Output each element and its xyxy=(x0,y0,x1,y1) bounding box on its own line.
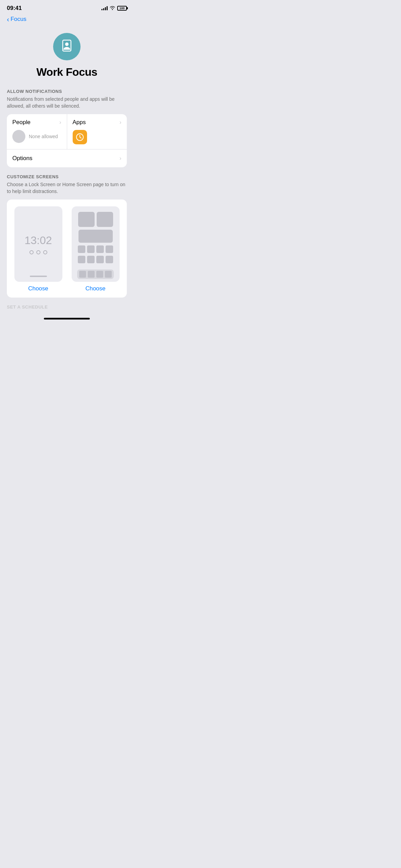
allow-notifications-desc: Notifications from selected people and a… xyxy=(7,96,127,109)
home-indicator xyxy=(0,315,134,326)
lock-bottom-line xyxy=(30,276,47,277)
set-schedule-label: SET A SCHEDULE xyxy=(7,304,127,310)
dock-icon-1 xyxy=(79,271,86,278)
people-title: People xyxy=(12,119,31,126)
hs-small-3 xyxy=(96,245,104,253)
lock-dots xyxy=(29,250,47,254)
clock-app-icon xyxy=(73,130,87,144)
lock-screen-choose-button[interactable]: Choose xyxy=(28,285,48,292)
none-allowed-text: None allowed xyxy=(29,134,58,139)
hs-dock xyxy=(77,269,114,279)
screens-card: 13:02 Choose xyxy=(7,200,127,298)
hs-small-5 xyxy=(78,256,85,263)
allow-notifications-label: ALLOW NOTIFICATIONS xyxy=(7,89,127,94)
people-apps-row: People › None allowed Apps › xyxy=(7,114,127,149)
svg-line-4 xyxy=(80,137,81,138)
back-chevron-icon: ‹ xyxy=(7,16,9,23)
dock-icon-2 xyxy=(88,271,95,278)
apps-cell-header: Apps › xyxy=(73,119,122,126)
status-bar: 09:41 100 xyxy=(0,0,134,14)
home-screen-preview xyxy=(72,206,120,282)
hs-grid-row-1 xyxy=(78,245,113,253)
lock-dot-3 xyxy=(43,250,47,254)
lock-screen-preview: 13:02 xyxy=(14,206,62,282)
avatar-placeholder xyxy=(12,130,25,143)
home-bar xyxy=(44,318,90,320)
lock-screen-item: 13:02 Choose xyxy=(12,206,64,292)
apps-cell[interactable]: Apps › xyxy=(67,114,127,149)
status-time: 09:41 xyxy=(7,5,22,12)
contact-card-icon xyxy=(60,39,74,55)
lock-dot-1 xyxy=(29,250,34,254)
hs-wide-block xyxy=(78,230,113,243)
people-cell-header: People › xyxy=(12,119,61,126)
back-label: Focus xyxy=(11,16,26,23)
hs-small-7 xyxy=(96,256,104,263)
screens-row: 13:02 Choose xyxy=(12,206,121,292)
people-cell-content: None allowed xyxy=(12,130,61,143)
hs-small-8 xyxy=(106,256,113,263)
svg-point-1 xyxy=(65,43,69,46)
hs-small-2 xyxy=(87,245,95,253)
hero-section: Work Focus xyxy=(0,26,134,89)
nav-bar: ‹ Focus xyxy=(0,14,134,26)
options-title: Options xyxy=(12,155,33,162)
people-cell[interactable]: People › None allowed xyxy=(7,114,67,149)
focus-icon-circle xyxy=(53,33,81,60)
hs-block-2 xyxy=(97,212,113,227)
hs-small-6 xyxy=(87,256,95,263)
customize-screens-section: CUSTOMIZE SCREENS Choose a Lock Screen o… xyxy=(0,174,134,304)
customize-screens-desc: Choose a Lock Screen or Home Screen page… xyxy=(7,181,127,195)
focus-title: Work Focus xyxy=(36,66,97,79)
back-button[interactable]: ‹ Focus xyxy=(7,16,26,23)
dock-icon-3 xyxy=(96,271,103,278)
hs-grid-row-2 xyxy=(78,256,113,263)
notifications-card: People › None allowed Apps › xyxy=(7,114,127,167)
hs-small-4 xyxy=(106,245,113,253)
battery-icon: 100 xyxy=(117,6,127,11)
options-chevron-icon: › xyxy=(120,155,121,161)
signal-icon xyxy=(101,6,108,10)
options-row[interactable]: Options › xyxy=(7,149,127,167)
customize-screens-label: CUSTOMIZE SCREENS xyxy=(7,174,127,179)
dock-icon-4 xyxy=(105,271,112,278)
home-screen-item: Choose xyxy=(70,206,121,292)
hs-block-1 xyxy=(78,212,95,227)
apps-chevron-icon: › xyxy=(120,119,121,125)
wifi-icon xyxy=(110,6,115,11)
status-icons: 100 xyxy=(101,6,127,11)
lock-dot-2 xyxy=(36,250,40,254)
people-chevron-icon: › xyxy=(59,119,61,125)
apps-cell-content xyxy=(73,130,122,144)
allow-notifications-section: ALLOW NOTIFICATIONS Notifications from s… xyxy=(0,89,134,174)
home-screen-choose-button[interactable]: Choose xyxy=(85,285,106,292)
hs-small-1 xyxy=(78,245,85,253)
lock-screen-time: 13:02 xyxy=(24,234,52,247)
set-schedule-section: SET A SCHEDULE xyxy=(0,304,134,315)
apps-title: Apps xyxy=(73,119,86,126)
